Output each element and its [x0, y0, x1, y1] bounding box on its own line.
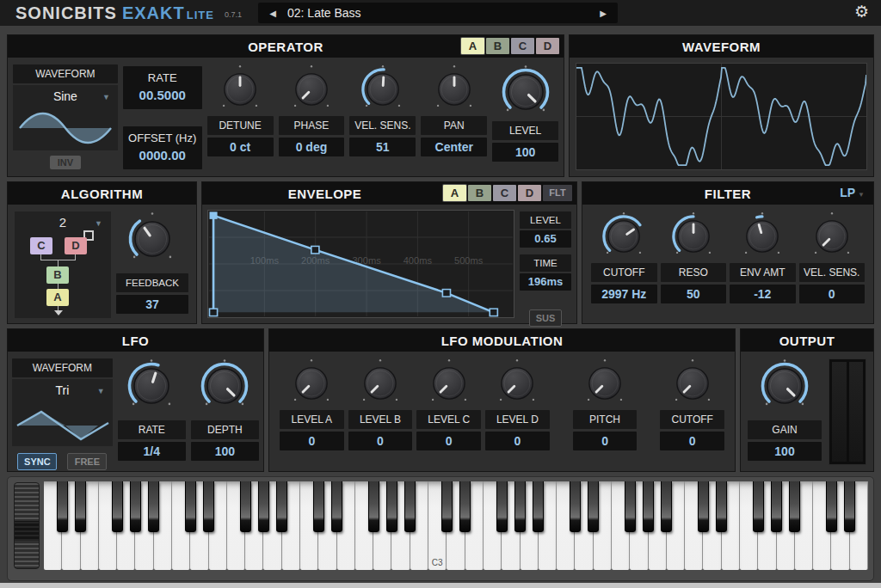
- feedback-knob[interactable]: [125, 211, 180, 266]
- black-key[interactable]: [203, 481, 214, 532]
- reso-value[interactable]: 50: [661, 285, 727, 303]
- flt-vel-sens-knob[interactable]: [807, 211, 857, 261]
- feedback-value[interactable]: 37: [116, 295, 188, 314]
- envelope-tab-b[interactable]: B: [468, 185, 491, 201]
- black-key[interactable]: [514, 481, 526, 532]
- settings-gear-icon[interactable]: ⚙: [854, 2, 869, 21]
- black-key[interactable]: [148, 481, 159, 532]
- envelope-node[interactable]: [490, 309, 497, 315]
- envelope-node[interactable]: [311, 246, 319, 253]
- lfo-waveform-dropdown[interactable]: Tri ▼: [12, 379, 113, 446]
- level-knob[interactable]: [498, 64, 553, 119]
- operator-tab-c[interactable]: C: [511, 38, 534, 54]
- env-time-value[interactable]: 196ms: [520, 273, 571, 291]
- envelope-tab-c[interactable]: C: [493, 185, 516, 201]
- operator-waveform-dropdown[interactable]: Sine ▼: [13, 85, 118, 150]
- black-key[interactable]: [75, 481, 86, 532]
- rate-value[interactable]: 00.5000: [123, 87, 202, 104]
- black-key[interactable]: [404, 481, 416, 532]
- black-key[interactable]: [112, 481, 123, 532]
- mod-level-c-knob[interactable]: [424, 358, 474, 408]
- lfo-depth-value[interactable]: 100: [191, 442, 259, 461]
- pitch-wheel[interactable]: [14, 482, 40, 569]
- black-key[interactable]: [789, 481, 800, 532]
- black-key[interactable]: [240, 481, 251, 532]
- preset-next-icon[interactable]: ▶: [588, 9, 618, 18]
- black-key[interactable]: [753, 481, 764, 532]
- mod-level-c-value[interactable]: 0: [416, 432, 481, 450]
- mod-pitch-knob[interactable]: [580, 358, 630, 408]
- black-key[interactable]: [716, 481, 727, 532]
- black-key[interactable]: [643, 481, 654, 532]
- op-vel-sens-value[interactable]: 51: [349, 138, 416, 156]
- mod-cutoff-knob[interactable]: [668, 358, 718, 408]
- free-button[interactable]: FREE: [67, 453, 107, 470]
- filter-type-dropdown[interactable]: LP▼: [840, 186, 865, 199]
- mod-level-d-knob[interactable]: [492, 358, 542, 408]
- black-key[interactable]: [57, 481, 68, 532]
- mod-level-b-knob[interactable]: [355, 358, 405, 408]
- black-key[interactable]: [368, 481, 379, 532]
- black-key[interactable]: [625, 481, 636, 532]
- envelope-node[interactable]: [210, 211, 218, 218]
- mod-level-a-knob[interactable]: [286, 358, 336, 408]
- black-key[interactable]: [570, 481, 581, 532]
- cutoff-knob[interactable]: [599, 211, 649, 261]
- lfo-rate-value[interactable]: 1/4: [118, 442, 186, 461]
- black-key[interactable]: [441, 481, 453, 532]
- mod-level-a-value[interactable]: 0: [280, 432, 344, 450]
- black-key[interactable]: [185, 481, 196, 532]
- phase-value[interactable]: 0 deg: [279, 138, 345, 156]
- black-key[interactable]: [331, 481, 342, 532]
- operator-tab-d[interactable]: D: [536, 38, 559, 54]
- black-key[interactable]: [661, 481, 672, 532]
- op-vel-sens-knob[interactable]: [358, 64, 408, 114]
- phase-knob[interactable]: [286, 64, 336, 114]
- envelope-tab-d[interactable]: D: [518, 185, 541, 201]
- black-key[interactable]: [386, 481, 397, 532]
- env-level-value[interactable]: 0.65: [520, 230, 571, 248]
- cutoff-value[interactable]: 2997 Hz: [591, 285, 657, 303]
- preset-name[interactable]: 02: Late Bass: [287, 6, 588, 20]
- operator-tab-b[interactable]: B: [486, 38, 509, 54]
- algorithm-diagram[interactable]: 2 ▼ C D B A: [15, 211, 111, 318]
- black-key[interactable]: [313, 481, 324, 532]
- mod-cutoff-value[interactable]: 0: [660, 432, 724, 450]
- rate-field[interactable]: RATE 00.5000: [123, 66, 202, 109]
- piano-keyboard[interactable]: C3: [44, 481, 868, 570]
- lfo-rate-knob[interactable]: [124, 358, 179, 413]
- offset-value[interactable]: 0000.00: [123, 147, 202, 164]
- black-key[interactable]: [276, 481, 287, 532]
- invert-button[interactable]: INV: [50, 156, 81, 169]
- lfo-depth-knob[interactable]: [197, 358, 252, 413]
- mod-level-d-value[interactable]: 0: [485, 432, 550, 450]
- envelope-tab-a[interactable]: A: [443, 185, 466, 201]
- sync-button[interactable]: SYNC: [17, 453, 57, 470]
- reso-knob[interactable]: [668, 211, 718, 261]
- black-key[interactable]: [130, 481, 141, 532]
- envelope-node[interactable]: [442, 290, 450, 297]
- mod-level-b-value[interactable]: 0: [348, 432, 413, 450]
- gain-value[interactable]: 100: [748, 442, 822, 461]
- pan-value[interactable]: Center: [421, 138, 487, 156]
- gain-knob[interactable]: [757, 358, 812, 413]
- black-key[interactable]: [588, 481, 599, 532]
- preset-prev-icon[interactable]: ◀: [258, 9, 287, 18]
- pan-knob[interactable]: [429, 64, 479, 114]
- black-key[interactable]: [533, 481, 544, 532]
- sustain-button[interactable]: SUS: [529, 309, 562, 327]
- envelope-node[interactable]: [210, 309, 218, 315]
- detune-value[interactable]: 0 ct: [207, 138, 274, 156]
- env-amt-knob[interactable]: [737, 211, 787, 261]
- env-amt-value[interactable]: -12: [730, 285, 796, 303]
- level-value[interactable]: 100: [492, 143, 558, 162]
- black-key[interactable]: [844, 481, 855, 532]
- envelope-tab-flt[interactable]: FLT: [543, 185, 572, 201]
- mod-pitch-value[interactable]: 0: [573, 432, 638, 450]
- flt-vel-sens-value[interactable]: 0: [799, 285, 866, 303]
- offset-field[interactable]: OFFSET (Hz) 0000.00: [123, 126, 202, 169]
- detune-knob[interactable]: [215, 64, 265, 114]
- black-key[interactable]: [826, 481, 837, 532]
- black-key[interactable]: [496, 481, 508, 532]
- black-key[interactable]: [698, 481, 709, 532]
